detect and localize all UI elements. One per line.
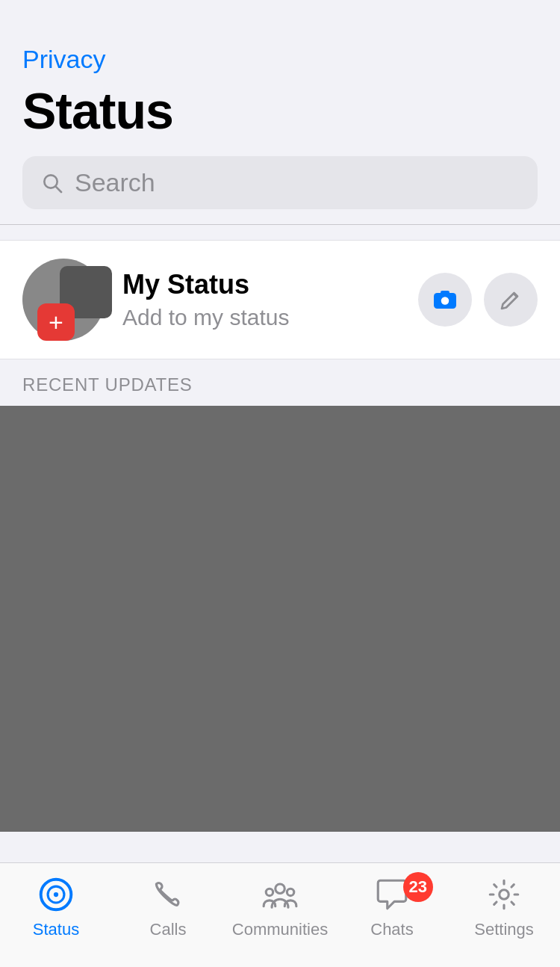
svg-point-9	[266, 889, 273, 895]
spacer	[0, 225, 560, 240]
svg-point-7	[54, 892, 58, 897]
chats-badge: 23	[403, 872, 433, 902]
communities-tab-label: Communities	[232, 920, 328, 939]
search-placeholder: Search	[75, 168, 155, 197]
pencil-icon	[497, 286, 524, 313]
tab-settings[interactable]: Settings	[448, 875, 560, 939]
svg-point-8	[276, 884, 285, 894]
search-icon	[40, 171, 64, 195]
search-bar[interactable]: Search	[22, 156, 538, 209]
my-status-name: My Status	[122, 269, 418, 300]
add-status-badge[interactable]: +	[37, 303, 75, 341]
tab-status[interactable]: Status	[0, 875, 112, 939]
status-info: My Status Add to my status	[122, 269, 418, 330]
tab-bar: Status Calls Communities	[0, 862, 560, 967]
tab-chats[interactable]: 23 Chats	[336, 875, 448, 939]
recent-updates-header: RECENT UPDATES	[0, 359, 560, 406]
status-tab-icon	[37, 875, 75, 914]
status-tab-label: Status	[33, 920, 79, 939]
settings-tab-icon	[485, 875, 523, 914]
my-status-row[interactable]: + My Status Add to my status	[0, 241, 560, 359]
svg-line-1	[56, 186, 61, 191]
svg-rect-4	[441, 291, 449, 294]
plus-icon: +	[49, 309, 63, 335]
status-actions	[418, 273, 538, 327]
recent-updates-label: RECENT UPDATES	[22, 374, 193, 395]
my-status-subtitle: Add to my status	[122, 305, 418, 330]
svg-point-11	[500, 890, 509, 900]
camera-icon	[432, 286, 458, 313]
tab-calls[interactable]: Calls	[112, 875, 224, 939]
camera-button[interactable]	[418, 273, 472, 327]
tab-communities[interactable]: Communities	[224, 875, 336, 939]
privacy-link[interactable]: Privacy	[22, 45, 105, 74]
edit-button[interactable]	[484, 273, 538, 327]
communities-tab-icon	[261, 875, 299, 914]
page-title: Status	[22, 81, 538, 140]
svg-point-3	[441, 297, 449, 305]
avatar: +	[22, 259, 105, 341]
recent-updates-content	[0, 406, 560, 832]
svg-point-10	[287, 889, 293, 895]
header: Privacy Status Search	[0, 0, 560, 209]
calls-tab-label: Calls	[150, 920, 187, 939]
calls-tab-icon	[149, 875, 187, 914]
chats-tab-label: Chats	[370, 920, 413, 939]
settings-tab-label: Settings	[474, 920, 534, 939]
